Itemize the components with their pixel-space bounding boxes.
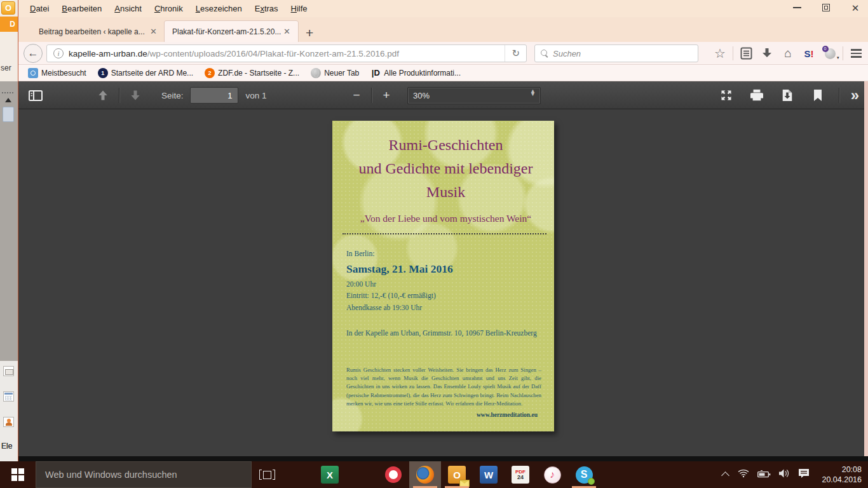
tab-close-icon[interactable]: ✕ [281, 25, 293, 37]
reload-icon[interactable]: ↻ [505, 45, 526, 62]
splitter-dashes [2, 92, 13, 93]
menu-bearbeiten[interactable]: Bearbeiten [57, 2, 107, 15]
sidebar-toggle-icon[interactable] [26, 86, 45, 105]
taskbar-app-file-explorer[interactable] [346, 461, 377, 488]
url-path: /wp-content/uploads/2016/04/Plakat-für-K… [147, 49, 399, 58]
menu-bar: DateiBearbeitenAnsichtChronikLesezeichen… [25, 2, 313, 15]
new-tab-button[interactable]: + [298, 26, 321, 42]
download-icon[interactable] [778, 86, 797, 105]
url-text[interactable]: kapelle-am-urban.de/wp-content/uploads/2… [69, 49, 505, 58]
bookmark-star-icon[interactable]: ☆ [712, 44, 728, 62]
scroll-up-icon [5, 98, 11, 102]
bookmark-label: Startseite der ARD Me... [111, 69, 193, 78]
bookmark-item[interactable]: Meistbesucht [22, 65, 92, 81]
wifi-icon[interactable] [738, 469, 749, 480]
hamburger-menu-icon[interactable] [848, 44, 864, 62]
url-bar[interactable]: i kapelle-am-urban.de/wp-content/uploads… [46, 44, 527, 62]
background-text-elemente: Ele [1, 442, 12, 451]
tab-1[interactable]: Beitrag bearbeiten ‹ kapelle a...✕ [31, 21, 165, 42]
poster-title: Rumi-Geschichten und Gedichte mit lebend… [346, 133, 545, 204]
bookmark-item[interactable]: 1Startseite der ARD Me... [92, 65, 199, 81]
tray-expand-icon[interactable] [722, 471, 729, 478]
tab-close-icon[interactable]: ✕ [147, 25, 159, 37]
url-host: kapelle-am-urban.de [69, 49, 147, 58]
bookmarks-menu-icon[interactable] [738, 44, 754, 62]
firefox-icon [416, 466, 434, 484]
background-window-outlook[interactable]: O D ser Ele Ele [0, 0, 18, 461]
mail-icon[interactable] [3, 366, 14, 376]
separator [119, 88, 119, 103]
taskbar-app-opera[interactable] [377, 461, 409, 488]
ard-icon: 1 [98, 68, 108, 78]
navigation-toolbar: ← i kapelle-am-urban.de/wp-content/uploa… [18, 42, 868, 65]
taskbar-app-security-shield[interactable] [282, 461, 314, 488]
windows-logo-icon [11, 468, 24, 481]
taskbar-app-skype[interactable]: S [568, 461, 600, 488]
taskbar-app-firefox[interactable] [409, 461, 441, 488]
menu-hilfe[interactable]: Hilfe [286, 2, 313, 15]
tab-2[interactable]: Plakat-für-Konzert-am-21.5.20...✕ [165, 21, 298, 42]
bookmark-item[interactable]: |DAlle Produktinformati... [365, 65, 466, 81]
pdf-viewer-area[interactable]: Rumi-Geschichten und Gedichte mit lebend… [18, 109, 868, 456]
clock-time: 20:08 [822, 464, 862, 475]
volume-icon[interactable] [779, 469, 790, 480]
previous-page-icon[interactable] [93, 86, 112, 105]
taskbar-app-excel[interactable]: X [314, 461, 346, 488]
bookmark-item[interactable]: Neuer Tab [305, 65, 365, 81]
site-info-icon[interactable]: i [53, 48, 64, 58]
more-tools-icon[interactable]: » [851, 88, 859, 103]
menu-lesezeichen[interactable]: Lesezeichen [191, 2, 247, 15]
pdf-toolbar-right: » [717, 81, 859, 109]
pdf-toolbar-center: − + 30% ▲▼ [347, 81, 541, 109]
taskbar-app-itunes[interactable]: ♪ [536, 461, 568, 488]
print-icon[interactable] [747, 86, 766, 105]
caret-down-icon: ▾ [837, 55, 839, 60]
presentation-mode-icon[interactable] [717, 86, 736, 105]
pdf24-icon: PDF24 [512, 466, 529, 484]
taskbar-search-input[interactable] [45, 470, 251, 480]
separator [843, 46, 843, 60]
taskbar-clock[interactable]: 20:08 20.04.2016 [818, 464, 862, 485]
zoom-in-icon[interactable]: + [377, 88, 396, 102]
action-center-icon[interactable] [798, 468, 810, 481]
s-extension-icon[interactable]: S! [801, 44, 817, 62]
restore-button[interactable] [820, 3, 832, 13]
pdf-toolbar: Seite: von 1 − + 30% ▲▼ [18, 81, 868, 109]
search-box[interactable] [534, 44, 698, 62]
home-icon[interactable]: ⌂ [780, 44, 796, 62]
background-scrollbar-track [0, 81, 18, 361]
title-bar: DateiBearbeitenAnsichtChronikLesezeichen… [18, 0, 868, 17]
start-button[interactable] [0, 461, 36, 488]
menu-extras[interactable]: Extras [250, 2, 283, 15]
outlook-app-icon: O [1, 1, 15, 15]
downloads-icon[interactable] [759, 44, 775, 62]
task-view-icon[interactable] [252, 461, 282, 488]
zoom-out-icon[interactable]: − [347, 88, 366, 102]
minimize-button[interactable] [790, 3, 803, 13]
bookmark-view-icon[interactable] [808, 86, 827, 105]
menu-datei[interactable]: Datei [25, 2, 54, 15]
menu-ansicht[interactable]: Ansicht [109, 2, 147, 15]
contacts-icon[interactable] [3, 417, 14, 427]
window-right-border [864, 81, 868, 456]
taskbar-app-outlook[interactable]: O [441, 461, 473, 488]
bookmark-item[interactable]: 2ZDF.de - Startseite - Z... [199, 65, 305, 81]
close-button[interactable]: ✕ [849, 3, 862, 13]
search-input[interactable] [553, 49, 698, 58]
menu-chronik[interactable]: Chronik [149, 2, 188, 15]
next-page-icon[interactable] [126, 86, 145, 105]
taskbar-app-pdf24[interactable]: PDF24 [505, 461, 536, 488]
extension-globe-icon[interactable]: 0▾ [822, 44, 838, 62]
poster-description: Rumis Geschichten stecken voller Weishei… [346, 366, 545, 409]
taskbar-search[interactable] [36, 461, 252, 488]
back-button[interactable]: ← [24, 44, 43, 63]
search-icon [541, 50, 548, 57]
zoom-select[interactable]: 30% ▲▼ [407, 87, 541, 104]
scrollbar-thumb[interactable] [3, 107, 14, 122]
taskbar-app-word[interactable]: W [473, 461, 505, 488]
desktop: O D ser Ele Ele DateiBearbeitenAnsichtCh… [0, 0, 868, 488]
battery-icon[interactable] [757, 469, 771, 480]
page-number-input[interactable] [190, 87, 238, 104]
poster-website: www.herzmeditation.eu [346, 412, 545, 418]
calendar-icon[interactable] [3, 391, 14, 402]
